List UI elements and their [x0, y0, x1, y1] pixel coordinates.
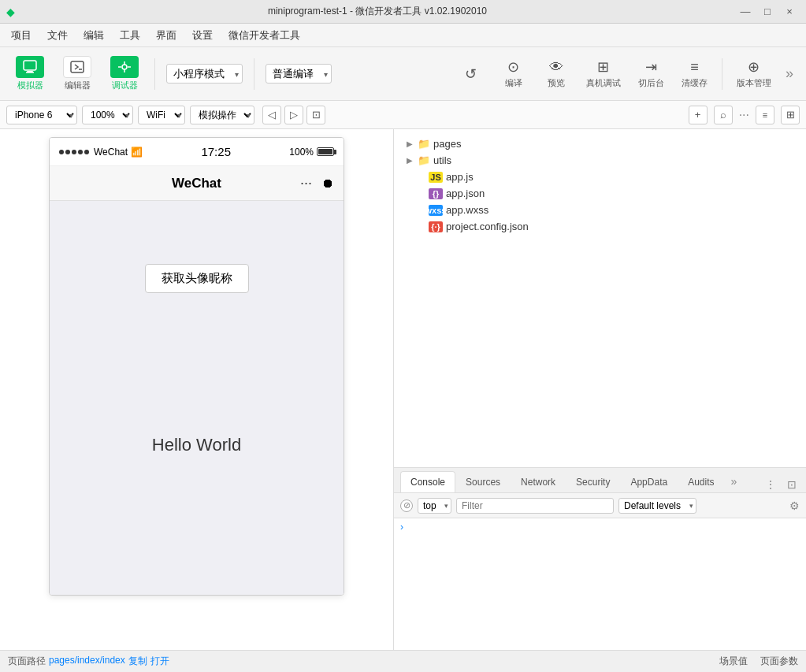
js-icon: JS: [429, 172, 443, 183]
battery-percentage: 100%: [289, 147, 314, 158]
svg-point-5: [122, 65, 127, 69]
tab-network[interactable]: Network: [511, 471, 566, 492]
json-icon: {}: [429, 188, 443, 199]
translate-button[interactable]: ⊙ 编译: [493, 55, 534, 92]
clear-cache-button[interactable]: ≡ 清缓存: [674, 56, 715, 92]
clear-cache-label: 清缓存: [682, 77, 708, 89]
real-debug-icon: ⊞: [597, 58, 609, 76]
menu-item-edit[interactable]: 编辑: [76, 25, 112, 46]
phone-record-button[interactable]: ⏺: [321, 176, 334, 191]
version-mgmt-button[interactable]: ⊕ 版本管理: [729, 55, 779, 92]
preview-button[interactable]: 👁 预览: [536, 56, 577, 92]
open-link[interactable]: 打开: [150, 655, 169, 668]
signal-dots: [59, 150, 89, 154]
tree-label-appjs: app.js: [446, 171, 474, 183]
tab-security[interactable]: Security: [566, 471, 620, 492]
translate-icon: ⊙: [507, 58, 519, 76]
maximize-button[interactable]: □: [757, 4, 778, 20]
debugger-button[interactable]: 调试器: [102, 52, 147, 96]
console-settings-icon[interactable]: ⚙: [789, 499, 800, 512]
align-button[interactable]: ≡: [756, 106, 774, 124]
tab-audits[interactable]: Audits: [678, 471, 724, 492]
layout-button[interactable]: ⊞: [781, 106, 800, 124]
wxss-icon: wxss: [429, 205, 443, 216]
scene-item[interactable]: 场景值: [719, 655, 748, 668]
console-context-select[interactable]: top: [418, 498, 451, 514]
menu-item-file[interactable]: 文件: [39, 25, 76, 46]
devtools-icon-menu[interactable]: ⋮: [762, 477, 779, 492]
tree-item-appwxss[interactable]: wxss app.wxss: [394, 202, 806, 218]
phone-app-title: WeChat: [172, 176, 221, 191]
tab-more[interactable]: »: [725, 470, 744, 492]
more-dots[interactable]: ···: [739, 108, 749, 122]
device-select[interactable]: iPhone 6: [6, 106, 77, 124]
menu-item-interface[interactable]: 界面: [148, 25, 184, 46]
simulator-button[interactable]: 模拟器: [8, 52, 52, 96]
console-levels-wrap: Default levels: [618, 498, 696, 514]
editor-button[interactable]: 编辑器: [55, 52, 99, 96]
mode-select[interactable]: 小程序模式: [166, 64, 243, 84]
devtools-tab-icons: ⋮ ⊡: [762, 477, 800, 492]
status-left: WeChat 📶: [59, 147, 143, 158]
app-icon: ◆: [6, 6, 15, 18]
network-select-wrap: WiFi: [138, 106, 185, 124]
toolbar-divider-1: [154, 58, 155, 90]
tree-item-projectconfig[interactable]: {·} project.config.json: [394, 218, 806, 235]
console-no-entry[interactable]: ⊘: [400, 499, 413, 512]
page-params-item[interactable]: 页面参数: [760, 655, 798, 668]
translate-label: 编译: [505, 77, 522, 89]
close-button[interactable]: ×: [779, 4, 800, 20]
rotate-left-button[interactable]: ◁: [262, 106, 281, 124]
tab-sources[interactable]: Sources: [455, 471, 511, 492]
tab-appdata[interactable]: AppData: [620, 471, 678, 492]
minimize-button[interactable]: —: [735, 4, 756, 20]
console-levels-select[interactable]: Default levels: [618, 498, 696, 514]
compile-select[interactable]: 普通编译: [266, 64, 332, 84]
cut-backend-button[interactable]: ⇥ 切后台: [630, 55, 672, 92]
console-filter-input[interactable]: [456, 498, 614, 514]
path-label: 页面路径: [8, 655, 46, 668]
zoom-select[interactable]: 100%: [82, 106, 133, 124]
editor-icon: [63, 56, 91, 78]
tab-console[interactable]: Console: [400, 471, 455, 492]
mode-select-wrap: 小程序模式: [166, 64, 243, 84]
signal-dot-4: [78, 150, 83, 154]
signal-dot-3: [72, 150, 76, 154]
copy-link[interactable]: 复制: [128, 655, 147, 668]
zoom-select-wrap: 100%: [82, 106, 133, 124]
battery-icon: [317, 147, 334, 156]
tree-item-appjs[interactable]: JS app.js: [394, 169, 806, 185]
get-avatar-button[interactable]: 获取头像昵称: [145, 264, 249, 293]
rotate-right-button[interactable]: ▷: [284, 106, 303, 124]
path-value[interactable]: pages/index/index: [49, 655, 125, 668]
tree-item-utils[interactable]: ▶ 📁 utils: [394, 152, 806, 169]
devtools-icon-split[interactable]: ⊡: [784, 477, 800, 492]
battery-fill: [318, 149, 332, 154]
preview-icon: 👁: [549, 59, 563, 76]
title-text: miniprogram-test-1 - 微信开发者工具 v1.02.19020…: [20, 5, 735, 18]
menu-item-devtool[interactable]: 微信开发者工具: [221, 25, 308, 46]
console-prompt[interactable]: ›: [400, 522, 403, 533]
folder-icon-pages: 📁: [418, 138, 430, 150]
menu-item-tools[interactable]: 工具: [112, 25, 148, 46]
operation-select[interactable]: 模拟操作: [190, 106, 254, 124]
toolbar-more-button[interactable]: »: [781, 62, 798, 85]
real-debug-button[interactable]: ⊞ 真机调试: [578, 55, 629, 92]
debugger-icon: [110, 56, 139, 78]
tree-item-pages[interactable]: ▶ 📁 pages: [394, 136, 806, 152]
refresh-button[interactable]: ↺: [451, 62, 492, 86]
menu-item-project[interactable]: 项目: [3, 25, 39, 46]
menu-item-settings[interactable]: 设置: [184, 25, 221, 46]
signal-dot-2: [65, 150, 70, 154]
phone-menu-dots[interactable]: ···: [300, 175, 312, 191]
search-button[interactable]: ⌕: [714, 106, 733, 124]
tree-item-appjson[interactable]: {} app.json: [394, 185, 806, 202]
fullscreen-button[interactable]: ⊡: [306, 106, 325, 124]
network-select[interactable]: WiFi: [138, 106, 185, 124]
add-button[interactable]: +: [689, 106, 708, 124]
signal-dot-1: [59, 150, 64, 154]
status-right: 100%: [289, 147, 334, 158]
main-area: WeChat 📶 17:25 100% WeChat: [0, 129, 806, 650]
devtools-tabs: Console Sources Network Security AppData…: [394, 467, 806, 492]
window-controls: — □ ×: [735, 4, 800, 20]
